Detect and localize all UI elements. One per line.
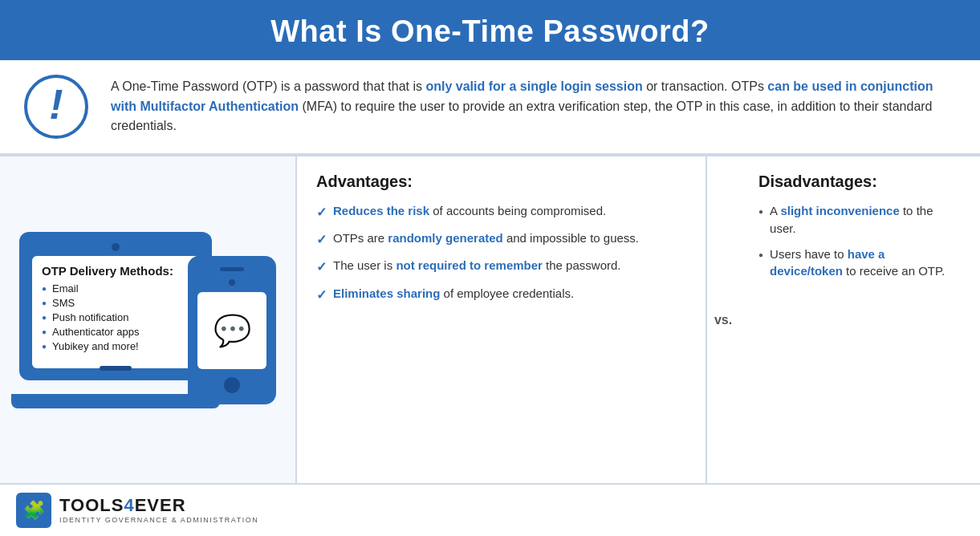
advantage-text-2: OTPs are randomly generated and impossib… <box>333 229 639 247</box>
page-container: What Is One-Time Password? ! A One-Time … <box>0 0 980 536</box>
disadvantage-item-1: ● A slight inconvenience to the user. <box>758 202 961 238</box>
list-item: SMS <box>42 297 189 309</box>
intro-highlight-1: only valid for a single login session <box>425 79 642 93</box>
list-item: Authenticator apps <box>42 326 189 338</box>
advantage-text-4: Eliminates sharing of employee credentia… <box>333 285 574 303</box>
bullet-icon-2: ● <box>758 250 763 262</box>
puzzle-icon: 🧩 <box>23 500 45 521</box>
disadvantages-panel: Disadvantages: ● A slight inconvenience … <box>739 156 980 483</box>
checkmark-icon-2: ✓ <box>316 230 327 249</box>
phone-shape: 💬 <box>188 256 276 404</box>
phone-home-button <box>224 377 240 392</box>
advantage-item-2: ✓ OTPs are randomly generated and imposs… <box>316 229 686 249</box>
advantage-text-1: Reduces the risk of accounts being compr… <box>333 202 606 220</box>
checkmark-icon-4: ✓ <box>316 286 327 304</box>
exclamation-icon: ! <box>24 75 88 139</box>
disadvantage-text-1: A slight inconvenience to the user. <box>770 202 961 238</box>
chat-bubble-icon: 💬 <box>213 313 251 348</box>
advantage-item-1: ✓ Reduces the risk of accounts being com… <box>316 202 686 221</box>
logo-text-wrap: TOOLS4EVER Identity Governance & Adminis… <box>59 497 258 524</box>
otp-delivery-list: Email SMS Push notification Authenticato… <box>42 282 189 352</box>
disadvantages-list: ● A slight inconvenience to the user. ● … <box>758 202 961 280</box>
disadvantages-title: Disadvantages: <box>758 173 961 191</box>
logo-subtitle: Identity Governance & Administration <box>59 516 258 524</box>
footer: 🧩 TOOLS4EVER Identity Governance & Admin… <box>0 483 980 536</box>
otp-delivery-title: OTP Delivery Methods: <box>42 264 189 278</box>
intro-text: A One-Time Password (OTP) is a password … <box>111 77 956 136</box>
laptop-dot <box>112 243 120 251</box>
otp-delivery-panel: OTP Delivery Methods: Email SMS Push not… <box>0 156 297 483</box>
advantages-title: Advantages: <box>316 173 686 191</box>
exclamation-mark: ! <box>49 83 63 125</box>
logo-main-text: TOOLS4EVER <box>59 497 258 514</box>
advantages-list: ✓ Reduces the risk of accounts being com… <box>316 202 686 304</box>
list-item: Email <box>42 282 189 294</box>
laptop-shape: OTP Delivery Methods: Email SMS Push not… <box>19 232 212 380</box>
phone-camera <box>229 279 235 286</box>
main-section: OTP Delivery Methods: Email SMS Push not… <box>0 155 980 483</box>
disadvantage-item-2: ● Users have to have a device/token to r… <box>758 246 961 281</box>
advantage-highlight-4: Eliminates sharing <box>333 286 440 300</box>
checkmark-icon-3: ✓ <box>316 258 327 276</box>
disadvantage-text-2: Users have to have a device/token to rec… <box>770 246 961 281</box>
vs-label: vs. <box>707 156 739 483</box>
header: What Is One-Time Password? <box>0 0 980 60</box>
phone-speaker <box>220 267 244 272</box>
advantage-item-4: ✓ Eliminates sharing of employee credent… <box>316 285 686 304</box>
otp-illustration: OTP Delivery Methods: Email SMS Push not… <box>19 232 276 408</box>
logo-box: 🧩 <box>16 493 51 528</box>
disadvantage-highlight-1: slight inconvenience <box>780 204 899 217</box>
bullet-icon-1: ● <box>758 206 763 218</box>
phone-screen: 💬 <box>197 292 266 369</box>
advantage-highlight-1: Reduces the risk <box>333 204 429 217</box>
advantage-item-3: ✓ The user is not required to remember t… <box>316 257 686 276</box>
intro-section: ! A One-Time Password (OTP) is a passwor… <box>0 60 980 155</box>
advantage-text-3: The user is not required to remember the… <box>333 257 620 274</box>
advantage-highlight-3: not required to remember <box>396 258 543 272</box>
logo-highlight: 4 <box>124 495 134 515</box>
laptop-hinge <box>100 366 132 371</box>
disadvantage-highlight-2: have a device/token <box>770 247 884 278</box>
laptop-screen: OTP Delivery Methods: Email SMS Push not… <box>32 256 199 368</box>
list-item: Push notification <box>42 311 189 323</box>
page-title: What Is One-Time Password? <box>16 14 964 49</box>
list-item: Yubikey and more! <box>42 340 189 352</box>
advantages-panel: Advantages: ✓ Reduces the risk of accoun… <box>297 156 707 483</box>
advantage-highlight-2: randomly generated <box>388 231 502 245</box>
checkmark-icon-1: ✓ <box>316 203 327 221</box>
